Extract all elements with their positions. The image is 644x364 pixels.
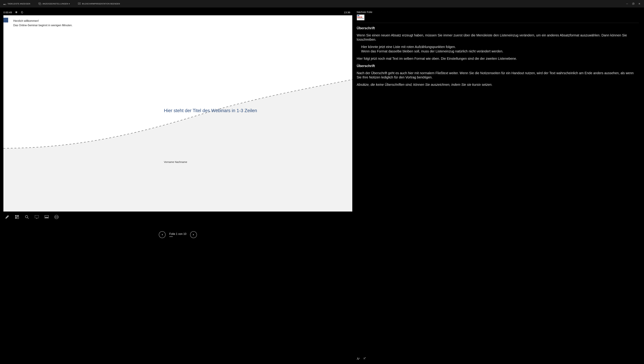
zoom-button[interactable] — [24, 214, 30, 220]
close-button[interactable]: ✕ — [638, 2, 641, 5]
next-slide-button[interactable] — [190, 231, 197, 238]
display-settings-button[interactable]: ANZEIGEEINSTELLUNGEN ▾ — [36, 2, 72, 6]
end-slideshow-icon — [78, 2, 81, 5]
svg-rect-6 — [632, 3, 634, 4]
show-taskbar-button[interactable]: TASKLEISTE ANZEIGEN — [1, 2, 32, 6]
slide-accent-square — [4, 18, 8, 22]
slide-title: Hier steht der Titel des Webinars in 1-3… — [164, 108, 338, 114]
svg-rect-16 — [45, 217, 48, 218]
svg-rect-14 — [35, 216, 39, 218]
timer-row: 0:00:49 13:36 — [4, 10, 352, 14]
display-settings-icon — [38, 2, 41, 5]
notes-paragraph-2: Hier folgt jetzt noch mal Text im selben… — [357, 56, 639, 61]
notes-heading-1: Überschrift — [357, 26, 639, 30]
notes-bullet-2: Wenn das Format dasselbe bleiben soll, m… — [357, 49, 639, 54]
elapsed-time: 0:00:49 — [4, 11, 12, 14]
slide-welcome-line2: Das Online-Seminar beginnt in wenigen Mi… — [13, 24, 72, 27]
panel-divider — [357, 23, 639, 23]
end-slideshow-label: BILDSCHIRMPRÄSENTATION BEENDEN — [82, 3, 120, 5]
slide-counter[interactable]: Folie 1 von 10 — [169, 232, 186, 236]
minimize-button[interactable]: ─ — [626, 2, 629, 5]
presenter-toolbar — [4, 212, 352, 220]
presenter-left-panel: 0:00:49 13:36 Herzlich willkommen! Das O… — [0, 8, 352, 364]
more-options-button[interactable] — [54, 214, 59, 220]
end-slideshow-button[interactable]: BILDSCHIRMPRÄSENTATION BEENDEN — [76, 2, 122, 6]
show-taskbar-label: TASKLEISTE ANZEIGEN — [8, 3, 30, 5]
top-command-bar: TASKLEISTE ANZEIGEN ANZEIGEEINSTELLUNGEN… — [0, 0, 644, 8]
see-all-slides-button[interactable] — [14, 214, 20, 220]
svg-point-19 — [56, 217, 57, 217]
svg-rect-9 — [15, 215, 17, 217]
speaker-notes: Überschrift Wenn Sie einen neuen Absatz … — [357, 26, 639, 355]
pen-tool-button[interactable] — [4, 214, 10, 220]
notes-bullet-list: Hier könnte jetzt eine Liste mit roten A… — [357, 45, 639, 54]
slide-counter-underline — [169, 236, 173, 237]
taskbar-icon — [4, 2, 6, 5]
svg-point-13 — [25, 216, 28, 218]
svg-rect-7 — [16, 12, 16, 13]
svg-rect-4 — [39, 4, 41, 5]
pause-timer-button[interactable] — [15, 10, 18, 14]
subtitle-button[interactable] — [44, 214, 49, 220]
main-area: 0:00:49 13:36 Herzlich willkommen! Das O… — [0, 8, 644, 364]
svg-point-20 — [57, 217, 58, 217]
next-slide-label: Nächste Folie — [357, 10, 639, 14]
svg-rect-10 — [17, 215, 19, 217]
notes-paragraph-4: Absätze, die keine Überschriften sind, k… — [357, 82, 639, 87]
slide-navigation: Folie 1 von 10 — [4, 220, 352, 240]
increase-font-button[interactable]: A▴ — [357, 357, 360, 360]
restore-button[interactable] — [632, 2, 635, 5]
slide-welcome-text: Herzlich willkommen! Das Online-Seminar … — [13, 20, 72, 27]
notes-font-controls: A▴ A▾ — [357, 355, 639, 363]
decrease-font-button[interactable]: A▾ — [363, 357, 366, 360]
display-settings-label: ANZEIGEEINSTELLUNGEN ▾ — [42, 3, 70, 5]
slide-welcome-line1: Herzlich willkommen! — [13, 20, 72, 22]
window-controls: ─ ✕ — [626, 2, 643, 5]
current-slide-preview[interactable]: Herzlich willkommen! Das Online-Seminar … — [4, 15, 352, 212]
slide-author: Vorname Nachname — [164, 160, 187, 163]
svg-rect-12 — [17, 217, 19, 219]
current-time: 13:36 — [344, 11, 350, 14]
svg-rect-8 — [16, 12, 17, 13]
notes-paragraph-3: Nach der Überschrift geht es auch hier m… — [357, 71, 639, 80]
presenter-right-panel: Nächste Folie Überschrift Wenn Sie einen… — [352, 8, 644, 364]
next-slide-thumbnail[interactable] — [357, 14, 364, 20]
reset-timer-button[interactable] — [20, 10, 24, 14]
svg-point-18 — [55, 217, 56, 217]
notes-bullet-1: Hier könnte jetzt eine Liste mit roten A… — [357, 45, 639, 49]
notes-heading-2: Überschrift — [357, 64, 639, 68]
black-screen-button[interactable] — [34, 214, 40, 220]
notes-paragraph-1: Wenn Sie einen neuen Absatz erzeugt habe… — [357, 33, 639, 42]
previous-slide-button[interactable] — [159, 231, 166, 238]
svg-rect-11 — [15, 217, 17, 219]
